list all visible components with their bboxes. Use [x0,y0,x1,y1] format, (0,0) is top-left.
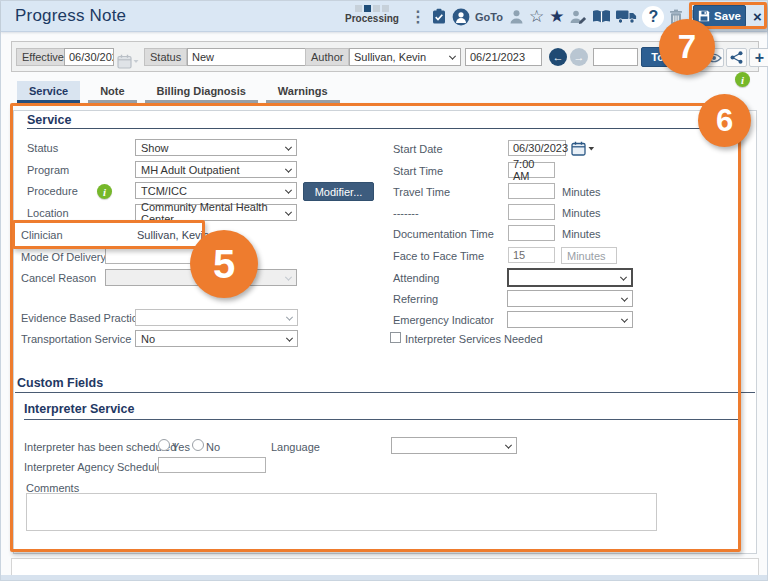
custom-fields-title: Custom Fields [17,376,103,390]
more-menu-icon[interactable]: ⋮ [410,6,426,28]
effective-date-field[interactable]: 06/30/202 [64,48,114,66]
service-section-title: Service [27,113,71,127]
status-select[interactable]: Show [135,139,297,156]
chevron-down-icon [286,334,293,341]
note-date-field[interactable]: 06/21/2023 [465,48,542,66]
transport-truck-icon[interactable] [616,6,637,28]
documentation-time-label: Documentation Time [393,228,494,240]
chevron-down-icon [285,186,292,193]
transportation-service-select[interactable]: No [135,330,298,347]
attending-select[interactable] [507,268,633,287]
procedure-select[interactable]: TCM/ICC [135,182,297,199]
patient-icon[interactable] [509,6,524,28]
calendar-icon[interactable] [571,141,595,160]
interpreter-scheduled-yes-label: Yes [172,441,190,453]
status-field-label: Status [27,142,58,154]
star-filled-icon[interactable]: ★ [549,6,564,28]
language-select[interactable] [391,437,517,454]
travel-time-label: Travel Time [393,186,450,198]
share-icon [730,51,743,64]
close-button[interactable]: × [749,5,766,27]
chevron-down-icon [620,273,627,280]
comments-textarea[interactable] [26,493,657,531]
emergency-indicator-select[interactable] [507,311,633,328]
interpreter-agency-input[interactable] [158,457,266,473]
star-outline-icon[interactable]: ☆ [529,6,544,28]
evidence-based-practices-label: Evidence Based Practices [21,312,149,324]
tosign-button[interactable]: ToSign [641,47,698,67]
mode-of-delivery-input[interactable] [105,248,217,264]
status-field: New [187,48,307,66]
previous-note-button[interactable]: ← [549,48,567,66]
dashes-time-input[interactable] [508,204,555,220]
referring-select[interactable] [507,290,633,307]
procedure-info-icon[interactable]: i [97,184,112,199]
next-note-button[interactable]: → [570,48,588,66]
tab-note[interactable]: Note [88,81,136,103]
status-select-value: Show [141,142,169,154]
start-date-label: Start Date [393,143,443,155]
view-button[interactable] [703,48,724,67]
transportation-service-label: Transportation Service [21,333,131,345]
service-tab-panel [13,110,757,554]
share-button[interactable] [726,48,747,67]
interpreter-services-needed-checkbox[interactable] [390,332,401,343]
processing-label: Processing [345,13,399,24]
modifier-button[interactable]: Modifier... [303,182,374,201]
book-icon[interactable] [592,6,611,28]
chevron-down-icon [286,313,293,320]
note-header-toolbar: Effective 06/30/202 Status New Author Su… [11,41,759,72]
location-field-label: Location [27,207,69,219]
calendar-disabled-icon [117,50,139,72]
progress-note-window: Progress Note Processing ⋮ GoTo ☆ ★ [0,0,768,581]
chevron-down-icon [621,315,628,322]
chevron-down-icon [285,165,292,172]
save-button[interactable]: Save [693,5,746,27]
evidence-based-practices-select[interactable] [135,309,298,326]
edit-user-icon[interactable] [569,6,587,28]
cancel-reason-label: Cancel Reason [21,272,96,284]
interpreter-service-title: Interpreter Service [24,402,134,416]
interpreter-agency-label: Interpreter Agency Scheduled [24,461,169,473]
goto-link[interactable]: GoTo [475,6,503,28]
chevron-down-icon [449,53,456,60]
interpreter-services-needed-label: Interpreter Services Needed [405,333,543,345]
info-icon[interactable]: i [735,72,750,87]
tab-billing-diagnosis[interactable]: Billing Diagnosis [145,81,258,103]
start-date-input[interactable]: 06/30/2023 [508,140,566,156]
delete-icon[interactable] [669,6,683,28]
program-field-label: Program [27,164,69,176]
emergency-indicator-label: Emergency Indicator [393,314,494,326]
page-title: Progress Note [15,6,126,26]
eye-icon [706,53,722,63]
help-icon[interactable]: ? [642,6,664,28]
tab-service[interactable]: Service [17,81,80,103]
processing-squares [345,5,399,12]
profile-circle-icon[interactable] [452,6,470,28]
note-number-field[interactable] [593,48,638,66]
interpreter-service-rule [24,419,738,420]
program-select-value: MH Adult Outpatient [141,164,239,176]
chevron-down-icon [285,143,292,150]
program-select[interactable]: MH Adult Outpatient [135,161,297,178]
start-time-label: Start Time [393,165,443,177]
location-select[interactable]: Community Mental Health Center [135,204,297,221]
start-time-input[interactable]: 7:00 AM [508,162,555,178]
interpreter-scheduled-yes-radio[interactable] [158,439,170,451]
attending-label: Attending [393,272,439,284]
mode-of-delivery-label: Mode Of Delivery [21,251,106,263]
face-to-face-time-input[interactable] [508,247,555,263]
add-button[interactable]: + [749,48,768,67]
language-label: Language [271,441,320,453]
interpreter-scheduled-no-radio[interactable] [192,439,204,451]
tasks-clipboard-icon[interactable] [431,6,447,28]
window-bottom-strip [1,575,767,580]
documentation-time-input[interactable] [508,225,555,241]
travel-time-units: Minutes [562,186,601,198]
tab-warnings[interactable]: Warnings [266,81,340,103]
travel-time-input[interactable] [508,183,555,199]
save-button-label: Save [714,10,741,22]
processing-indicator: Processing [345,5,399,24]
face-to-face-units-box: Minutes [561,247,617,264]
author-select[interactable]: Sullivan, Kevin [349,48,461,66]
